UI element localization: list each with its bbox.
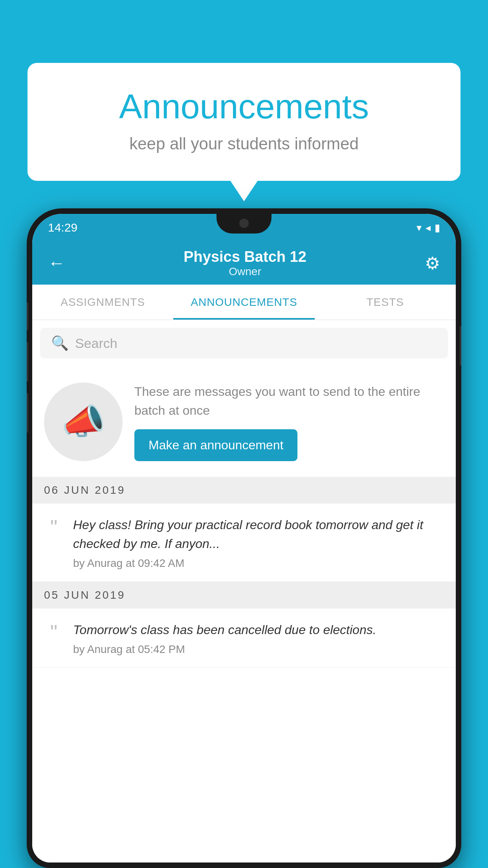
tabs-bar: ASSIGNMENTS ANNOUNCEMENTS TESTS	[32, 285, 456, 320]
app-bar-title-area: Physics Batch 12 Owner	[69, 248, 421, 278]
signal-icon: ◂	[426, 222, 431, 234]
phone-notch	[216, 214, 272, 234]
make-announcement-button[interactable]: Make an announcement	[134, 429, 297, 461]
power-button	[460, 326, 461, 366]
announcement-item-2[interactable]: " Tomorrow's class has been cancelled du…	[32, 609, 456, 668]
date-divider-1: 06 JUN 2019	[32, 477, 456, 504]
announcement-text-1: Hey class! Bring your practical record b…	[73, 515, 444, 570]
app-bar-title: Physics Batch 12	[69, 248, 421, 265]
speech-bubble-container: Announcements keep all your students inf…	[28, 63, 460, 181]
settings-button[interactable]: ⚙	[421, 249, 444, 277]
main-content: 🔍 Search 📣 These are messages you want t…	[32, 320, 456, 862]
wifi-icon: ▾	[416, 222, 422, 234]
bubble-title: Announcements	[59, 86, 429, 127]
bubble-subtitle: keep all your students informed	[59, 134, 429, 153]
speech-bubble: Announcements keep all your students inf…	[28, 63, 460, 181]
front-camera	[239, 219, 249, 228]
promo-content: These are messages you want to send to t…	[134, 382, 444, 461]
silent-button	[27, 393, 28, 432]
search-placeholder: Search	[75, 336, 117, 351]
announcement-message-1: Hey class! Bring your practical record b…	[73, 515, 444, 553]
search-container: 🔍 Search	[32, 320, 456, 366]
announcement-item-1[interactable]: " Hey class! Bring your practical record…	[32, 504, 456, 582]
tab-announcements[interactable]: ANNOUNCEMENTS	[173, 285, 314, 320]
promo-section: 📣 These are messages you want to send to…	[32, 366, 456, 477]
battery-icon: ▮	[435, 222, 440, 234]
promo-icon-circle: 📣	[44, 383, 123, 461]
search-icon: 🔍	[51, 335, 69, 351]
quote-icon-1: "	[44, 517, 64, 537]
tab-assignments[interactable]: ASSIGNMENTS	[32, 285, 173, 320]
phone-frame: 14:29 ▾ ◂ ▮ ← Physics Batch 12 Owner ⚙ A…	[27, 208, 461, 868]
phone-screen: 14:29 ▾ ◂ ▮ ← Physics Batch 12 Owner ⚙ A…	[32, 214, 456, 862]
announcement-meta-2: by Anurag at 05:42 PM	[73, 643, 444, 656]
tab-tests[interactable]: TESTS	[315, 285, 456, 320]
status-time: 14:29	[48, 221, 77, 234]
quote-icon-2: "	[44, 622, 64, 642]
app-bar-subtitle: Owner	[69, 265, 421, 278]
announcement-message-2: Tomorrow's class has been cancelled due …	[73, 620, 444, 639]
status-icons: ▾ ◂ ▮	[416, 222, 440, 234]
announcement-text-2: Tomorrow's class has been cancelled due …	[73, 620, 444, 656]
date-divider-2: 05 JUN 2019	[32, 582, 456, 609]
search-box[interactable]: 🔍 Search	[40, 328, 448, 359]
promo-description: These are messages you want to send to t…	[134, 382, 444, 420]
volume-down-button	[27, 342, 28, 381]
back-button[interactable]: ←	[44, 249, 69, 277]
volume-up-button	[27, 303, 28, 330]
app-bar: ← Physics Batch 12 Owner ⚙	[32, 241, 456, 285]
announcement-meta-1: by Anurag at 09:42 AM	[73, 557, 444, 570]
megaphone-icon: 📣	[61, 401, 105, 442]
